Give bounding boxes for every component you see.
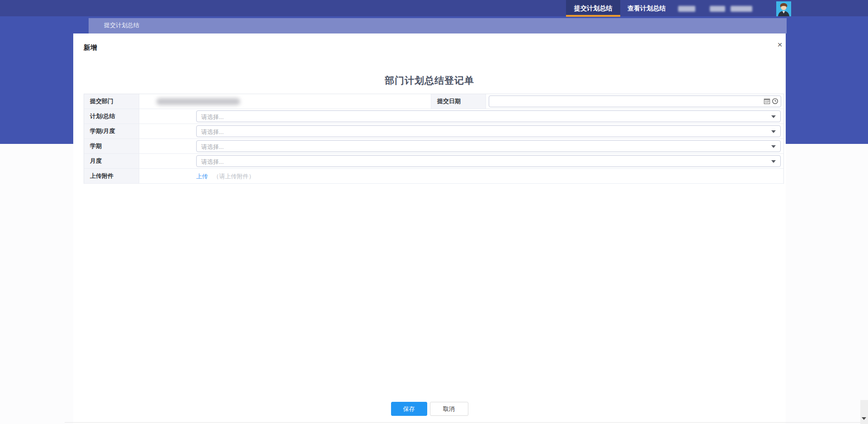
term-label: 学期 — [84, 139, 139, 153]
term-select[interactable]: 请选择... — [196, 140, 781, 152]
tab-submit-plan-summary[interactable]: 提交计划总结 — [566, 0, 620, 17]
redacted-nav-item-2[interactable] — [710, 6, 725, 12]
form-title: 部门计划总结登记单 — [73, 74, 786, 87]
submit-date-input[interactable] — [489, 95, 781, 107]
dept-value-cell — [139, 94, 431, 109]
save-button[interactable]: 保存 — [391, 402, 427, 416]
term-placeholder: 请选择... — [201, 143, 224, 151]
month-placeholder: 请选择... — [201, 158, 224, 166]
month-cell: 请选择... — [139, 154, 783, 168]
term-month-label: 学期/月度 — [84, 124, 139, 138]
upload-hint: （请上传附件） — [213, 173, 255, 180]
chevron-down-icon — [771, 130, 776, 133]
subheader-title: 提交计划总结 — [104, 22, 139, 29]
table-row-month: 月度 请选择... — [84, 154, 783, 169]
upload-cell: 上传 （请上传附件） — [139, 169, 783, 183]
scrollbar-down-arrow-icon[interactable] — [862, 417, 866, 420]
upload-label: 上传附件 — [84, 169, 139, 183]
app-root: 提交计划总结 承德应用技术职业学院 CHENGDE COLLEGE OF APP… — [0, 0, 868, 424]
table-row-dept-date: 提交部门 提交日期 — [84, 94, 783, 109]
table-row-term-month: 学期/月度 请选择... — [84, 124, 783, 139]
table-row-plan-summary: 计划/总结 请选择... — [84, 109, 783, 124]
close-icon[interactable]: × — [774, 39, 786, 51]
calendar-icon[interactable] — [764, 98, 770, 105]
cancel-button[interactable]: 取消 — [430, 402, 468, 416]
upload-link[interactable]: 上传 — [196, 173, 208, 180]
registration-form-table: 提交部门 提交日期 — [84, 94, 784, 184]
upload-line: 上传 （请上传附件） — [196, 172, 255, 181]
table-row-term: 学期 请选择... — [84, 139, 783, 154]
term-month-cell: 请选择... — [139, 124, 783, 138]
new-entry-modal: 新增 × 部门计划总结登记单 提交部门 提交日期 — [73, 33, 786, 424]
term-cell: 请选择... — [139, 139, 783, 153]
chevron-down-icon — [771, 160, 776, 163]
tab-view-plan-summary[interactable]: 查看计划总结 — [620, 0, 673, 16]
clock-icon[interactable] — [772, 98, 778, 105]
month-select[interactable]: 请选择... — [196, 155, 781, 167]
subheader-bar: 提交计划总结 — [89, 18, 787, 33]
term-month-placeholder: 请选择... — [201, 128, 224, 136]
dept-label: 提交部门 — [84, 94, 139, 109]
date-cell — [486, 94, 783, 109]
plan-summary-select[interactable]: 请选择... — [196, 110, 781, 122]
redacted-dept-value — [156, 98, 240, 105]
date-field-wrap — [489, 95, 781, 107]
chevron-down-icon — [771, 145, 776, 148]
table-row-upload: 上传附件 上传 （请上传附件） — [84, 169, 783, 184]
date-icons — [764, 98, 778, 105]
user-avatar[interactable] — [776, 1, 791, 16]
plan-summary-label: 计划/总结 — [84, 109, 139, 124]
modal-title: 新增 — [84, 43, 97, 52]
plan-summary-placeholder: 请选择... — [201, 113, 224, 121]
month-label: 月度 — [84, 154, 139, 168]
bottom-divider — [65, 422, 861, 423]
scrollbar-track[interactable] — [860, 400, 868, 424]
date-label: 提交日期 — [431, 94, 486, 109]
redacted-nav-item-3[interactable] — [731, 6, 752, 12]
modal-footer: 保存 取消 — [73, 402, 786, 416]
plan-summary-cell: 请选择... — [139, 109, 783, 124]
term-month-select[interactable]: 请选择... — [196, 125, 781, 137]
chevron-down-icon — [771, 115, 776, 118]
redacted-nav-item-1[interactable] — [678, 6, 695, 12]
